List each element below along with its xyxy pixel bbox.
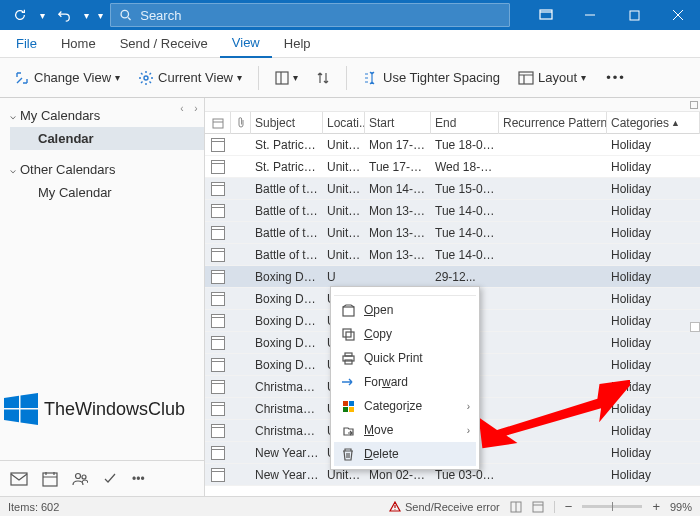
title-bar: ▾ ▾ ▾ xyxy=(0,0,700,30)
menu-help[interactable]: Help xyxy=(272,30,323,58)
close-button[interactable] xyxy=(656,0,700,30)
warning-icon xyxy=(389,501,401,513)
ribbon: Change View ▾ Current View ▾ ▾ Use Tight… xyxy=(0,58,700,98)
pane-collapse-icon[interactable] xyxy=(690,101,698,109)
menu-bar: File Home Send / Receive View Help xyxy=(0,30,700,58)
col-recurrence-header[interactable]: Recurrence Pattern xyxy=(499,112,607,134)
ctx-move[interactable]: Move› xyxy=(334,418,476,442)
zoom-slider[interactable] xyxy=(582,505,642,508)
table-row[interactable]: Battle of the ... Unite... Mon 13-0... T… xyxy=(205,200,700,222)
gear-icon xyxy=(138,70,154,86)
calendar-item-icon xyxy=(211,204,225,218)
forward-icon xyxy=(340,376,356,388)
ctx-forward[interactable]: Forward xyxy=(334,370,476,394)
calendar-item-icon xyxy=(211,138,225,152)
ctx-quick-print-label: Quick Print xyxy=(364,351,423,365)
sidebar-group-label: My Calendars xyxy=(20,108,100,123)
col-categories-header[interactable]: Categories▲ xyxy=(607,112,700,134)
view-reading-icon[interactable] xyxy=(532,501,544,513)
svg-point-0 xyxy=(121,10,128,17)
calendar-item-icon xyxy=(211,226,225,240)
list-header: Subject Locati... Start End Recurrence P… xyxy=(205,112,700,134)
sidebar-left-icon[interactable]: ‹ xyxy=(176,102,188,114)
calendar-item-icon xyxy=(211,248,225,262)
calendar-item-icon xyxy=(211,270,225,284)
mail-icon[interactable] xyxy=(10,471,28,487)
sidebar-group-other-calendars[interactable]: ⌵Other Calendars xyxy=(10,158,204,181)
table-row[interactable]: Battle of the ... Unite... Mon 13-0... T… xyxy=(205,244,700,266)
qat-customize-icon[interactable]: ▾ xyxy=(94,1,106,29)
sidebar-item-calendar[interactable]: Calendar xyxy=(10,127,204,150)
sort-button[interactable] xyxy=(310,67,336,89)
zoom-in-icon[interactable]: + xyxy=(652,499,660,514)
svg-rect-12 xyxy=(343,329,351,337)
col-end-header[interactable]: End xyxy=(431,112,499,134)
status-error-label: Send/Receive error xyxy=(405,501,500,513)
nav-more-button[interactable]: ••• xyxy=(132,472,145,486)
sidebar-group-my-calendars[interactable]: ⌵My Calendars xyxy=(10,104,204,127)
todo-icon[interactable] xyxy=(102,471,118,487)
svg-rect-19 xyxy=(343,407,348,412)
open-icon xyxy=(340,304,356,317)
undo-icon[interactable] xyxy=(50,1,78,29)
watermark: TheWindowsClub xyxy=(4,392,185,426)
svg-rect-23 xyxy=(533,502,543,512)
undo-dropdown-icon[interactable]: ▾ xyxy=(80,1,92,29)
reading-pane-toggle[interactable] xyxy=(690,322,700,332)
minimize-button[interactable] xyxy=(568,0,612,30)
menu-view[interactable]: View xyxy=(220,30,272,58)
ctx-delete[interactable]: Delete xyxy=(334,442,476,466)
col-icon-header[interactable] xyxy=(205,112,231,134)
change-view-icon xyxy=(14,70,30,86)
calendar-item-icon xyxy=(211,424,225,438)
search-input[interactable] xyxy=(140,8,501,23)
calendar-item-icon xyxy=(211,446,225,460)
table-row[interactable]: Battle of the ... Unite... Mon 13-0... T… xyxy=(205,222,700,244)
search-box[interactable] xyxy=(110,3,510,27)
ctx-copy[interactable]: Copy xyxy=(334,322,476,346)
refresh-dropdown-icon[interactable]: ▾ xyxy=(36,1,48,29)
table-row[interactable]: Boxing Day B... U 29-12... Holiday xyxy=(205,266,700,288)
ctx-open[interactable]: Open xyxy=(334,298,476,322)
ctx-quick-print[interactable]: Quick Print xyxy=(334,346,476,370)
people-icon[interactable] xyxy=(72,471,88,487)
col-subject-header[interactable]: Subject xyxy=(251,112,323,134)
menu-home[interactable]: Home xyxy=(49,30,108,58)
svg-rect-7 xyxy=(43,473,57,486)
maximize-button[interactable] xyxy=(612,0,656,30)
col-attachment-header[interactable] xyxy=(231,112,251,134)
calendar-item-icon xyxy=(211,292,225,306)
view-normal-icon[interactable] xyxy=(510,501,522,513)
refresh-icon[interactable] xyxy=(6,1,34,29)
zoom-out-icon[interactable]: − xyxy=(565,499,573,514)
change-view-button[interactable]: Change View ▾ xyxy=(8,66,126,90)
watermark-text: TheWindowsClub xyxy=(44,399,185,420)
current-view-button[interactable]: Current View ▾ xyxy=(132,66,248,90)
sidebar-right-icon[interactable]: › xyxy=(190,102,202,114)
layout-button[interactable]: Layout ▾ xyxy=(512,66,592,90)
table-row[interactable]: St. Patrick's ... Unite... Mon 17-0... T… xyxy=(205,134,700,156)
calendar-icon[interactable] xyxy=(42,471,58,487)
calendar-item-icon xyxy=(211,182,225,196)
status-error[interactable]: Send/Receive error xyxy=(389,501,500,513)
ribbon-mode-icon[interactable] xyxy=(524,0,568,30)
calendar-item-icon xyxy=(211,358,225,372)
sidebar-item-my-calendar[interactable]: My Calendar xyxy=(10,181,204,204)
svg-rect-6 xyxy=(11,473,27,485)
zoom-level: 99% xyxy=(670,501,692,513)
svg-rect-5 xyxy=(519,72,533,84)
menu-file[interactable]: File xyxy=(4,30,49,58)
tighter-spacing-button[interactable]: Use Tighter Spacing xyxy=(357,66,506,90)
svg-rect-10 xyxy=(213,119,223,128)
table-row[interactable]: St. Patrick's ... Unite... Tue 17-03... … xyxy=(205,156,700,178)
column-button[interactable]: ▾ xyxy=(269,67,304,89)
print-icon xyxy=(340,352,356,365)
calendar-item-icon xyxy=(211,468,225,482)
ribbon-more-button[interactable]: ••• xyxy=(598,70,634,85)
table-row[interactable]: Battle of the ... Unite... Mon 14-0... T… xyxy=(205,178,700,200)
col-location-header[interactable]: Locati... xyxy=(323,112,365,134)
nav-bar: ••• xyxy=(0,460,204,496)
col-start-header[interactable]: Start xyxy=(365,112,431,134)
menu-send-receive[interactable]: Send / Receive xyxy=(108,30,220,58)
ctx-categorize[interactable]: Categorize› xyxy=(334,394,476,418)
